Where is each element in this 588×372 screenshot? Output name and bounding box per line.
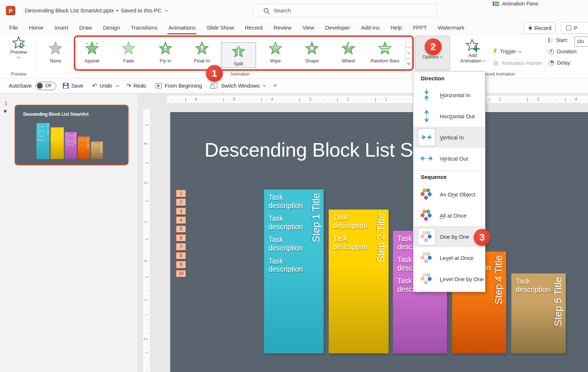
animation-order-tag-6[interactable]: 6 <box>176 234 186 242</box>
smartart-block-step-5[interactable]: Task descriptionStep 5 Title <box>511 273 566 353</box>
tab-design[interactable]: Design <box>98 21 126 35</box>
smartart-block-step-2[interactable]: Task descriptionTask descriptionStep 2 T… <box>329 210 389 353</box>
tab-fppt[interactable]: FPPT <box>407 21 432 35</box>
tab-review[interactable]: Review <box>268 21 297 35</box>
tab-help[interactable]: Help <box>385 21 408 35</box>
tab-animations[interactable]: Animations <box>163 21 201 35</box>
animation-order-tag-5[interactable]: 5 <box>176 226 186 233</box>
task-description[interactable]: Task description <box>66 142 74 146</box>
task-description[interactable]: Task description <box>51 128 61 132</box>
animation-order-tag-1[interactable]: 1 <box>176 190 186 197</box>
tab-file[interactable]: File <box>4 21 23 35</box>
tab-view[interactable]: View <box>297 21 320 35</box>
undo-button[interactable]: Undo <box>99 83 112 89</box>
animation-order-tag-10[interactable]: 10 <box>176 270 186 277</box>
qat-overflow-button[interactable] <box>274 85 277 87</box>
task-description[interactable]: Task description <box>268 257 310 273</box>
task-description[interactable]: Task description <box>92 142 100 146</box>
smartart-block-step-2[interactable]: Task descriptionTask descriptionStep 2 T… <box>51 127 64 159</box>
animation-order-tag-4[interactable]: 4 <box>176 216 186 224</box>
search-input[interactable]: Search <box>253 4 437 17</box>
preview-button[interactable]: Preview <box>5 36 32 58</box>
menu-item-label: Level One by One <box>440 276 484 282</box>
smartart-block-step-3[interactable]: Task descriptionTask descriptionTask des… <box>65 132 77 159</box>
slide-1-thumbnail[interactable]: Descending Block List SmartArtTask descr… <box>15 105 129 165</box>
task-description[interactable]: Task description <box>79 137 87 141</box>
tab-record[interactable]: Record <box>239 21 268 35</box>
animation-order-tag-3[interactable]: 3 <box>176 208 186 215</box>
task-description[interactable]: Task description <box>37 133 46 137</box>
animation-order-tag-2[interactable]: 2 <box>176 199 186 206</box>
start-select[interactable]: On <box>574 37 588 47</box>
switch-windows-dropdown-icon[interactable] <box>263 84 266 87</box>
delay-icon <box>549 60 554 66</box>
present-in-teams-button[interactable]: P <box>561 22 588 34</box>
menu-item-vertical-out[interactable]: Vertical Out <box>413 148 485 169</box>
tab-insert[interactable]: Insert <box>49 21 74 35</box>
tab-slide-show[interactable]: Slide Show <box>201 21 239 35</box>
menu-item-vertical-in[interactable]: Vertical In <box>413 127 485 148</box>
animation-order-tag-8[interactable]: 8 <box>176 252 186 260</box>
autosave-toggle[interactable]: Off <box>35 82 56 90</box>
block-title[interactable]: Step 2 Title <box>61 128 64 139</box>
smartart-block-step-1[interactable]: Task descriptionTask descriptionTask des… <box>264 189 324 353</box>
smartart-block-step-1[interactable]: Task descriptionTask descriptionTask des… <box>37 123 50 159</box>
block-title[interactable]: Step 4 Title <box>493 255 504 304</box>
task-description[interactable]: Task description <box>333 213 375 230</box>
menu-item-level-at-once[interactable]: Level at Once <box>413 247 485 268</box>
ruler-mark-4: 4 <box>573 97 579 102</box>
tab-home[interactable]: Home <box>23 21 49 35</box>
menu-item-level-one-by-one[interactable]: Level One by One <box>413 268 485 289</box>
from-beginning-button[interactable]: From Beginning <box>165 83 202 89</box>
animation-effect-none[interactable]: None <box>38 41 73 64</box>
trigger-button[interactable]: Trigger <box>493 49 521 54</box>
slide-editing-area[interactable]: Descending Block List SmartArt1234567891… <box>170 112 588 372</box>
task-description[interactable]: Task description <box>268 193 310 210</box>
smartart-block-step-5[interactable]: Task descriptionStep 5 Title <box>91 141 103 159</box>
slide-title[interactable]: Descending Block List SmartArt <box>23 112 89 117</box>
vertical-out-icon <box>418 150 435 167</box>
block-title[interactable]: Step 5 Title <box>553 277 564 326</box>
menu-item-horizontal-in[interactable]: Horizontal In <box>413 84 485 106</box>
block-title[interactable]: Step 2 Title <box>375 213 387 262</box>
tab-transitions[interactable]: Transitions <box>125 21 163 35</box>
add-animation-button[interactable]: Add Animation <box>454 36 491 70</box>
animation-order-tag-7[interactable]: 7 <box>176 243 186 250</box>
task-description[interactable]: Task description <box>37 124 46 127</box>
tab-watermark[interactable]: Watermark <box>432 21 470 35</box>
tab-add-ins[interactable]: Add-ins <box>356 21 385 35</box>
menu-item-as-one-object[interactable]: As One Object <box>413 184 485 205</box>
menu-item-all-at-once[interactable]: All at Once <box>413 205 485 226</box>
powerpoint-icon[interactable]: P <box>6 6 15 15</box>
task-description[interactable]: Task description <box>333 234 375 251</box>
task-description[interactable]: Task description <box>51 133 61 137</box>
vertical-ruler[interactable]: 3210123 <box>143 109 150 372</box>
animation-order-tag-9[interactable]: 9 <box>176 261 186 268</box>
redo-button[interactable]: Redo <box>133 83 146 89</box>
block-title[interactable]: Step 3 Title <box>74 133 76 144</box>
document-title[interactable]: Descending Block List SmartArt.pptx • Sa… <box>25 7 168 14</box>
tab-draw[interactable]: Draw <box>74 21 98 35</box>
record-button[interactable]: Record <box>524 22 556 34</box>
task-description[interactable]: Task description <box>37 138 46 141</box>
block-title[interactable]: Step 4 Title <box>87 137 89 148</box>
task-description[interactable]: Task description <box>516 277 552 294</box>
save-button[interactable]: Save <box>71 83 83 89</box>
tab-developer[interactable]: Developer <box>320 21 355 35</box>
block-title[interactable]: Step 1 Title <box>310 193 322 242</box>
block-title[interactable]: Step 1 Title <box>47 124 49 135</box>
task-description[interactable]: Task description <box>66 138 74 141</box>
task-description[interactable]: Task description <box>37 129 46 132</box>
animation-pane-button[interactable]: Animation Pane <box>493 1 538 7</box>
task-description[interactable]: Task description <box>268 214 310 231</box>
task-description[interactable]: Task description <box>268 235 310 252</box>
chevron-down-icon <box>440 55 443 58</box>
undo-dropdown-icon[interactable] <box>116 84 119 87</box>
switch-windows-button[interactable]: Switch Windows <box>221 83 260 89</box>
block-title[interactable]: Step 5 Title <box>100 142 103 153</box>
task-description[interactable]: Task description <box>66 133 74 137</box>
menu-separator <box>416 170 482 171</box>
horizontal-ruler[interactable]: 65432101234 <box>167 95 588 103</box>
menu-item-horizontal-out[interactable]: Horizontal Out <box>413 106 485 127</box>
smartart-block-step-4[interactable]: Task descriptionStep 4 Title <box>78 137 90 159</box>
